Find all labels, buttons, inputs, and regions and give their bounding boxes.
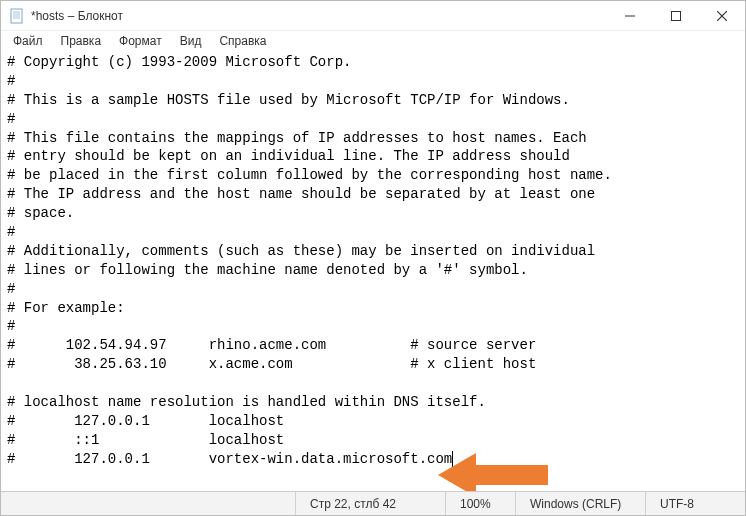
- status-position: Стр 22, стлб 42: [295, 492, 445, 515]
- status-line-ending: Windows (CRLF): [515, 492, 645, 515]
- svg-rect-6: [672, 11, 681, 20]
- svg-marker-9: [438, 453, 548, 491]
- window-controls: [607, 1, 745, 30]
- titlebar: *hosts – Блокнот: [1, 1, 745, 31]
- text-editor-area[interactable]: # Copyright (c) 1993-2009 Microsoft Corp…: [1, 51, 745, 491]
- maximize-button[interactable]: [653, 1, 699, 30]
- status-encoding: UTF-8: [645, 492, 745, 515]
- close-button[interactable]: [699, 1, 745, 30]
- annotation-arrow-icon: [438, 445, 558, 491]
- window-title: *hosts – Блокнот: [31, 9, 123, 23]
- menu-format[interactable]: Формат: [111, 32, 170, 50]
- menu-help[interactable]: Справка: [211, 32, 274, 50]
- menu-file[interactable]: Файл: [5, 32, 51, 50]
- status-zoom: 100%: [445, 492, 515, 515]
- status-empty: [1, 492, 295, 515]
- file-content: # Copyright (c) 1993-2009 Microsoft Corp…: [7, 54, 612, 467]
- statusbar: Стр 22, стлб 42 100% Windows (CRLF) UTF-…: [1, 491, 745, 515]
- notepad-icon: [9, 8, 25, 24]
- menu-view[interactable]: Вид: [172, 32, 210, 50]
- minimize-button[interactable]: [607, 1, 653, 30]
- menubar: Файл Правка Формат Вид Справка: [1, 31, 745, 51]
- text-cursor: [452, 451, 453, 467]
- menu-edit[interactable]: Правка: [53, 32, 110, 50]
